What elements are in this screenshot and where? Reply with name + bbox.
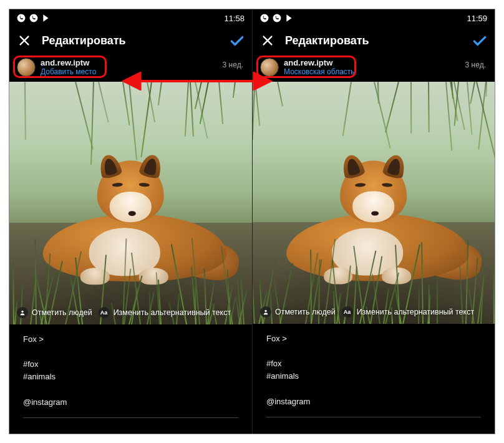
aa-icon: Aa	[99, 307, 110, 318]
edit-alt-label: Изменить альтернативный текст	[114, 308, 231, 317]
tag-people-button[interactable]: Отметить людей	[260, 306, 336, 318]
tag-people-label: Отметить людей	[32, 308, 92, 317]
edit-alt-label: Изменить альтернативный текст	[357, 308, 475, 316]
photo-overlay-actions: Отметить людей Aa Изменить альтернативны…	[9, 301, 252, 324]
photo-overlay-actions: Отметить людей Aa Изменить альтернативны…	[253, 300, 495, 324]
close-button[interactable]	[259, 32, 276, 49]
username[interactable]: and.rew.iptw	[284, 59, 355, 68]
caption-divider	[23, 417, 238, 418]
svg-point-5	[264, 310, 266, 312]
viber-icon	[17, 14, 26, 22]
status-bar: 11:59	[253, 9, 495, 27]
edit-alt-button[interactable]: Aa Изменить альтернативный текст	[99, 307, 231, 318]
caption-input[interactable]: Fox > #fox #animals @instagram	[9, 324, 252, 414]
svg-point-4	[273, 14, 281, 22]
post-header: and.rew.iptw Московская область 3 нед.	[253, 54, 495, 82]
post-age: 3 нед.	[223, 61, 243, 69]
viber-icon	[273, 14, 281, 22]
svg-point-1	[30, 14, 38, 22]
play-store-icon	[42, 14, 51, 22]
caption-divider	[266, 417, 481, 417]
person-icon	[17, 307, 28, 318]
person-icon	[260, 306, 271, 318]
grass-layer	[9, 82, 252, 324]
viber-icon	[260, 14, 269, 22]
post-header: and.rew.iptw Добавить место 3 нед.	[9, 54, 252, 82]
post-age: 3 нед.	[465, 61, 486, 69]
grass-layer	[253, 82, 495, 324]
avatar[interactable]	[260, 58, 279, 77]
confirm-button[interactable]	[228, 32, 246, 49]
status-icons	[260, 14, 294, 22]
post-photo[interactable]: Отметить людей Aa Изменить альтернативны…	[253, 82, 495, 324]
close-icon	[261, 34, 274, 47]
clock: 11:59	[467, 14, 487, 23]
username[interactable]: and.rew.iptw	[41, 59, 96, 68]
close-button[interactable]	[16, 32, 33, 49]
edit-alt-button[interactable]: Aa Изменить альтернативный текст	[342, 306, 475, 318]
viber-icon	[29, 14, 38, 22]
phone-left: 11:58 Редактировать and.rew.iptw Добавит…	[9, 9, 252, 434]
tag-people-button[interactable]: Отметить людей	[17, 307, 92, 318]
svg-point-0	[17, 14, 26, 22]
avatar[interactable]	[17, 58, 36, 77]
play-store-icon	[285, 14, 294, 22]
svg-point-2	[21, 311, 23, 313]
check-icon	[472, 32, 488, 49]
status-bar: 11:58	[9, 9, 252, 27]
add-location-link[interactable]: Добавить место	[41, 68, 96, 77]
phone-right: 11:59 Редактировать and.rew.iptw Московс…	[252, 9, 495, 434]
clock: 11:58	[224, 14, 245, 23]
close-icon	[17, 34, 31, 47]
tag-people-label: Отметить людей	[275, 308, 336, 316]
header-title: Редактировать	[42, 34, 220, 47]
edit-header: Редактировать	[253, 27, 495, 54]
location-link[interactable]: Московская область	[284, 68, 355, 77]
status-icons	[17, 14, 51, 22]
confirm-button[interactable]	[471, 32, 488, 49]
aa-icon: Aa	[342, 306, 353, 318]
svg-point-3	[261, 14, 269, 22]
post-photo[interactable]: Отметить людей Aa Изменить альтернативны…	[9, 82, 252, 324]
comparison-stage: 11:58 Редактировать and.rew.iptw Добавит…	[9, 9, 495, 434]
check-icon	[229, 32, 245, 49]
caption-input[interactable]: Fox > #fox #animals @instagram	[253, 324, 495, 413]
header-title: Редактировать	[285, 34, 462, 47]
edit-header: Редактировать	[9, 27, 252, 54]
